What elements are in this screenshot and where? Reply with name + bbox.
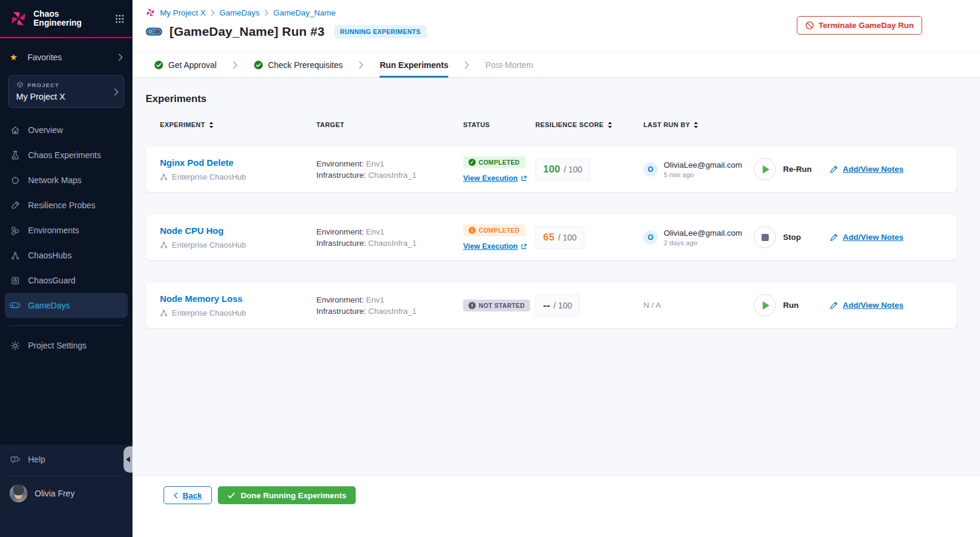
stop-button[interactable]: [754, 226, 776, 248]
back-button[interactable]: Back: [164, 486, 212, 504]
experiment-name-link[interactable]: Node CPU Hog: [160, 226, 316, 236]
score-value: 65: [543, 232, 554, 243]
step-post-mortem[interactable]: Post-Mortem: [485, 52, 533, 78]
warning-circle-icon: !: [469, 227, 476, 234]
last-run-by-cell: N / A: [643, 301, 754, 310]
sidebar-item-chaos-experiments[interactable]: Chaos Experiments: [0, 143, 132, 168]
sidebar-header: Chaos Engineering: [0, 0, 132, 37]
run-action-cell: Run: [754, 294, 830, 316]
help-chat-icon: ?: [10, 455, 20, 465]
hub-label: Enterprise ChaosHub: [172, 172, 246, 181]
sidebar-nav: Overview Chaos Experiments Network Maps …: [0, 118, 132, 318]
column-header-experiment[interactable]: EXPERIMENT: [160, 121, 316, 128]
sidebar-item-favorites[interactable]: ★ Favorites: [0, 44, 132, 70]
user-initial-avatar: O: [643, 162, 658, 177]
last-run-na: N / A: [643, 301, 661, 310]
home-icon: [10, 125, 20, 135]
chevron-right-icon: [264, 10, 269, 16]
target-infra-value: ChaosInfra_1: [368, 307, 417, 316]
sidebar-item-chaosguard[interactable]: ChaosGuard: [0, 268, 132, 293]
run-status-badge: RUNNING EXPERIMENTS: [334, 25, 427, 38]
project-label: PROJECT: [27, 82, 59, 88]
sidebar-item-overview[interactable]: Overview: [0, 118, 132, 143]
score-box: 100 / 100: [535, 158, 590, 181]
sort-icon: [694, 122, 698, 128]
target-env-value: Env1: [366, 159, 384, 168]
sidebar-collapse-handle[interactable]: [124, 446, 132, 473]
app-root: Chaos Engineering ★ Favorites: [0, 0, 980, 537]
experiment-cell: Node Memory Loss Enterprise ChaosHub: [160, 294, 316, 317]
run-action-cell: Stop: [754, 226, 830, 248]
resilience-score-cell: 100 / 100: [535, 158, 643, 181]
score-max: / 100: [563, 165, 582, 174]
gear-icon: [10, 341, 20, 351]
chevron-right-icon: [233, 52, 238, 78]
table-row: Node CPU Hog Enterprise ChaosHub Environ…: [146, 214, 957, 260]
table-row: Nginx Pod Delete Enterprise ChaosHub Env…: [146, 146, 957, 192]
breadcrumb-project-link[interactable]: My Project X: [160, 8, 206, 17]
hub-icon: [160, 309, 168, 317]
star-icon: ★: [10, 52, 20, 63]
gamepad-icon: [10, 301, 20, 310]
score-value: --: [543, 300, 550, 311]
user-menu[interactable]: Olivia Frey: [0, 480, 132, 507]
target-infra-label: Infrastructure:: [316, 171, 366, 180]
gamepad-color-icon: [146, 26, 162, 37]
hub-label: Enterprise ChaosHub: [172, 308, 246, 317]
sidebar-item-resilience-probes[interactable]: Resilience Probes: [0, 193, 132, 218]
run-play-button[interactable]: [754, 294, 776, 316]
chevron-right-icon: [118, 54, 123, 61]
experiment-name-link[interactable]: Nginx Pod Delete: [160, 158, 316, 168]
breadcrumb-gameday-name-link[interactable]: GameDay_Name: [273, 8, 335, 17]
terminate-gameday-run-button[interactable]: Terminate GameDay Run: [797, 16, 922, 35]
sidebar-bottom-section: ? Help Olivia Frey: [0, 445, 132, 537]
add-view-notes-link[interactable]: Add/View Notes: [830, 301, 942, 310]
step-run-experiments[interactable]: Run Experiments: [380, 52, 448, 78]
user-name: Olivia Frey: [35, 489, 75, 498]
add-view-notes-link[interactable]: Add/View Notes: [830, 165, 942, 174]
step-check-prerequisites[interactable]: Check Prerequisites: [254, 52, 343, 78]
sidebar-item-help[interactable]: ? Help: [0, 446, 132, 473]
sidebar-item-gamedays[interactable]: GameDays: [5, 293, 128, 318]
view-execution-link[interactable]: View Execution: [463, 242, 535, 251]
project-selector[interactable]: PROJECT My Project X: [8, 75, 124, 108]
column-header-last-run-by[interactable]: LAST RUN BY: [643, 121, 754, 128]
experiments-heading: Experiments: [146, 93, 957, 105]
add-view-notes-link[interactable]: Add/View Notes: [830, 233, 942, 242]
external-link-icon: [520, 243, 527, 250]
target-env-label: Environment:: [316, 227, 364, 236]
rerun-label[interactable]: Re-Run: [783, 165, 812, 174]
step-get-approval[interactable]: Get Approval: [154, 52, 217, 78]
run-label[interactable]: Run: [783, 301, 799, 310]
sidebar-item-project-settings[interactable]: Project Settings: [0, 333, 132, 358]
check-circle-icon: [154, 60, 164, 70]
sidebar-item-chaoshubs[interactable]: ChaosHubs: [0, 243, 132, 268]
breadcrumb-gamedays-link[interactable]: GameDays: [220, 8, 260, 17]
done-running-experiments-button[interactable]: Done Running Experiments: [218, 486, 356, 504]
flask-icon: [10, 150, 20, 161]
app-grid-icon[interactable]: [115, 14, 124, 23]
info-circle-icon: !: [469, 302, 476, 309]
sidebar-divider: [10, 325, 123, 326]
hub-label: Enterprise ChaosHub: [172, 240, 246, 249]
target-infra-value: ChaosInfra_1: [368, 239, 417, 248]
app-title: Chaos Engineering: [33, 10, 93, 27]
view-execution-link[interactable]: View Execution: [463, 174, 535, 183]
stop-label[interactable]: Stop: [783, 233, 801, 242]
sidebar-item-network-maps[interactable]: Network Maps: [0, 168, 132, 193]
target-cell: Environment: Env1 Infrastructure: ChaosI…: [316, 294, 463, 317]
rerun-play-button[interactable]: [754, 158, 776, 180]
probe-icon: [10, 200, 20, 211]
score-box: -- / 100: [535, 294, 580, 317]
status-cell: ! COMPLETED View Execution: [463, 224, 535, 251]
column-header-resilience-score[interactable]: RESILIENCE SCORE: [535, 121, 643, 128]
status-badge: ! COMPLETED: [463, 224, 525, 236]
network-map-icon: [10, 175, 20, 186]
last-run-email: OliviaLee@gmail.com: [664, 229, 742, 237]
resilience-score-cell: 65 / 100: [535, 226, 643, 249]
table-row: Node Memory Loss Enterprise ChaosHub Env…: [146, 282, 957, 328]
last-run-by-cell: O OliviaLee@gmail.com 5 min ago: [643, 161, 754, 178]
target-infra-value: ChaosInfra_1: [368, 171, 417, 180]
sidebar-item-environments[interactable]: Environments: [0, 218, 132, 243]
experiment-name-link[interactable]: Node Memory Loss: [160, 294, 316, 304]
